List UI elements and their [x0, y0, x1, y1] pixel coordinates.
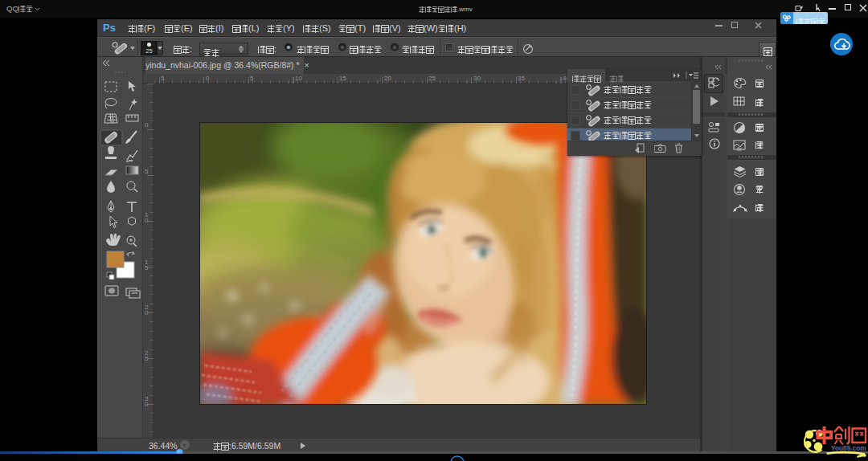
- svg-text:You85.com: You85.com: [831, 444, 866, 452]
- svg-text:fx: fx: [737, 146, 742, 152]
